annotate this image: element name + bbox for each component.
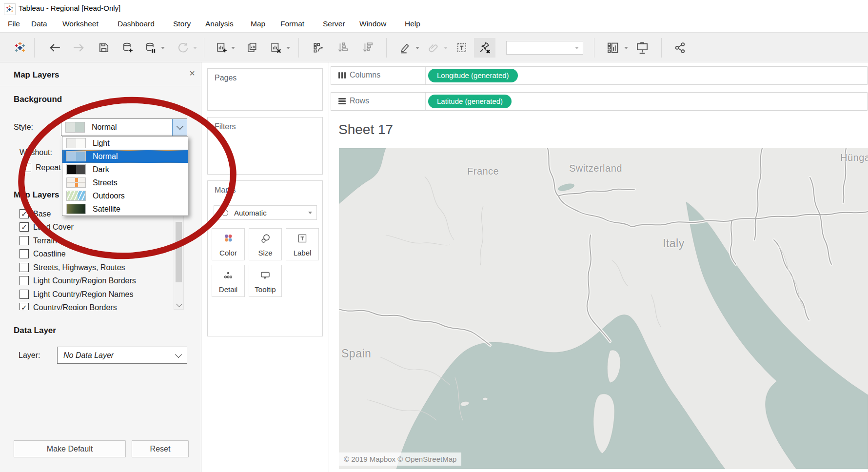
- layer-row-country-borders[interactable]: Country/Region Borders: [20, 303, 117, 310]
- background-heading: Background: [14, 95, 62, 104]
- style-option-streets[interactable]: Streets: [62, 176, 188, 189]
- fix-map-pin-icon[interactable]: [474, 38, 495, 58]
- tooltip-button[interactable]: Tooltip: [249, 265, 282, 297]
- pause-dropdown-caret[interactable]: [161, 47, 165, 49]
- show-hide-cards-icon[interactable]: [605, 39, 621, 56]
- menu-format[interactable]: Format: [280, 20, 304, 28]
- style-option-outdoors[interactable]: Outdoors: [62, 189, 188, 202]
- style-option-light[interactable]: Light: [62, 137, 188, 150]
- menu-window[interactable]: Window: [359, 20, 386, 28]
- checkbox-unchecked-icon[interactable]: [22, 163, 31, 172]
- reset-button[interactable]: Reset: [132, 440, 189, 457]
- fit-selector[interactable]: [506, 41, 583, 55]
- style-option-dark[interactable]: Dark: [62, 163, 188, 176]
- sort-descending-icon[interactable]: [360, 39, 376, 56]
- swap-rows-columns-icon[interactable]: [310, 39, 327, 56]
- size-button[interactable]: Size: [249, 228, 282, 260]
- menu-map[interactable]: Map: [251, 20, 265, 28]
- sort-ascending-icon[interactable]: [335, 39, 352, 56]
- style-dropdown-button[interactable]: [172, 119, 187, 136]
- forward-icon[interactable]: [70, 39, 87, 56]
- panel-title: Map Layers: [14, 70, 59, 80]
- highlight-dropdown-caret[interactable]: [415, 47, 419, 49]
- group-dropdown-caret[interactable]: [444, 47, 448, 49]
- scroll-down-icon[interactable]: [176, 301, 182, 307]
- checkbox-unchecked-icon[interactable]: [20, 276, 29, 285]
- group-members-icon[interactable]: [425, 39, 442, 56]
- layer-row-light-country-borders[interactable]: Light Country/Region Borders: [20, 276, 136, 285]
- new-worksheet-icon[interactable]: [214, 39, 230, 56]
- map-view[interactable]: France Switzerland Italy Spain Hünga © 2…: [339, 148, 868, 469]
- filters-card[interactable]: Filters: [207, 117, 323, 175]
- menu-story[interactable]: Story: [173, 20, 191, 28]
- checkbox-checked-icon[interactable]: [20, 303, 29, 310]
- layers-scrollbar[interactable]: [174, 209, 184, 310]
- scrollbar-thumb[interactable]: [176, 222, 182, 282]
- fit-selector-caret[interactable]: [575, 47, 579, 49]
- duplicate-sheet-icon[interactable]: [244, 39, 260, 56]
- outdoors-style-swatch: [66, 191, 86, 201]
- pages-card[interactable]: Pages: [207, 68, 323, 111]
- repeat-background-checkbox[interactable]: Repeat: [22, 163, 61, 172]
- layer-row-light-country-names[interactable]: Light Country/Region Names: [20, 290, 133, 299]
- cards-dropdown-caret[interactable]: [624, 47, 628, 49]
- streets-style-swatch: [66, 177, 86, 188]
- close-icon[interactable]: ×: [186, 67, 198, 79]
- highlight-icon[interactable]: [397, 39, 414, 56]
- refresh-data-icon[interactable]: [175, 39, 191, 56]
- checkbox-unchecked-icon[interactable]: [20, 263, 29, 272]
- washout-label: Washout:: [20, 148, 52, 157]
- style-option-normal[interactable]: Normal: [62, 150, 188, 163]
- menu-help[interactable]: Help: [405, 20, 420, 28]
- detail-button[interactable]: Detail: [212, 265, 245, 297]
- pause-auto-updates-icon[interactable]: [142, 39, 159, 56]
- data-layer-dropdown[interactable]: No Data Layer: [57, 347, 187, 364]
- checkbox-unchecked-icon[interactable]: [20, 290, 29, 299]
- columns-shelf[interactable]: Columns Longitude (generated): [331, 66, 868, 85]
- rows-shelf[interactable]: Rows Latitude (generated): [331, 92, 868, 111]
- map-label-italy: Italy: [663, 237, 685, 250]
- rows-pill-latitude[interactable]: Latitude (generated): [428, 95, 512, 108]
- menu-data[interactable]: Data: [31, 20, 47, 28]
- tooltip-icon: [249, 270, 281, 281]
- refresh-dropdown-caret[interactable]: [193, 47, 197, 49]
- checkbox-unchecked-icon[interactable]: [20, 249, 29, 258]
- make-default-button[interactable]: Make Default: [14, 440, 126, 457]
- layer-row-streets-highways-routes[interactable]: Streets, Highways, Routes: [20, 263, 125, 272]
- label-button[interactable]: Label: [286, 228, 319, 260]
- presentation-mode-icon[interactable]: [634, 39, 651, 56]
- mark-type-dropdown[interactable]: Automatic: [214, 205, 317, 220]
- color-button[interactable]: Color: [212, 228, 245, 260]
- layer-row-base[interactable]: Base: [20, 209, 51, 218]
- back-icon[interactable]: [47, 39, 63, 56]
- label-icon: [286, 234, 318, 243]
- menu-server[interactable]: Server: [323, 20, 345, 28]
- new-sheet-dropdown-caret[interactable]: [231, 47, 235, 49]
- map-label-hungary: Hünga: [840, 152, 868, 163]
- style-option-satellite[interactable]: Satellite: [62, 202, 188, 216]
- show-mark-labels-icon[interactable]: [454, 39, 470, 56]
- layer-row-coastline[interactable]: Coastline: [20, 249, 66, 258]
- save-icon[interactable]: [96, 39, 112, 56]
- menu-worksheet[interactable]: Worksheet: [62, 20, 99, 28]
- columns-pill-longitude[interactable]: Longitude (generated): [428, 69, 518, 82]
- size-icon: [249, 234, 281, 244]
- share-workbook-icon[interactable]: [672, 39, 689, 56]
- divider: [425, 67, 426, 84]
- clear-dropdown-caret[interactable]: [286, 47, 290, 49]
- tableau-logo-icon[interactable]: [12, 39, 28, 56]
- toolbar-separator: [594, 38, 594, 58]
- menu-analysis[interactable]: Analysis: [205, 20, 234, 28]
- checkbox-unchecked-icon[interactable]: [20, 236, 29, 245]
- menu-file[interactable]: File: [8, 20, 20, 28]
- checkbox-checked-icon[interactable]: [20, 222, 29, 232]
- style-dropdown[interactable]: Normal: [61, 118, 187, 136]
- menubar: File Data Worksheet Dashboard Story Anal…: [0, 17, 868, 32]
- clear-sheet-icon[interactable]: [268, 39, 284, 56]
- menu-dashboard[interactable]: Dashboard: [118, 20, 155, 28]
- layer-row-terrain[interactable]: Terrain: [20, 236, 57, 245]
- layer-row-land-cover[interactable]: Land Cover: [20, 222, 74, 232]
- checkbox-checked-icon[interactable]: [20, 209, 29, 218]
- columns-shelf-label: Columns: [350, 71, 380, 79]
- add-data-source-icon[interactable]: [119, 39, 136, 56]
